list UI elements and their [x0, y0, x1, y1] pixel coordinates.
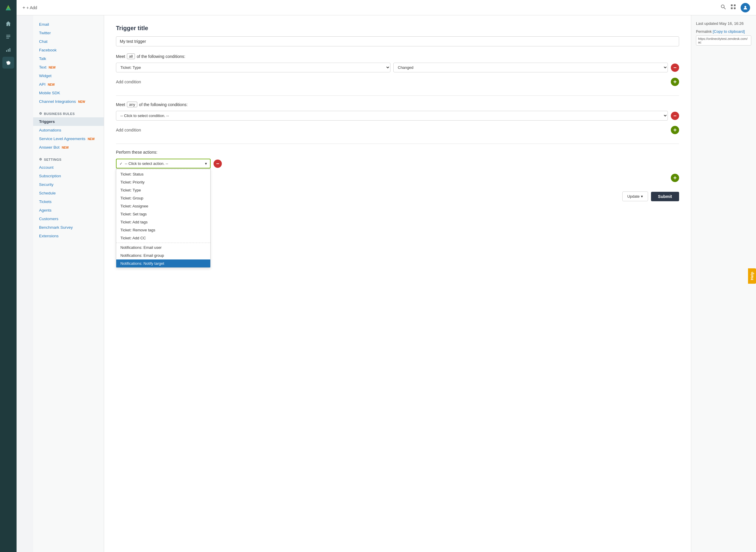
main-wrapper: Email Twitter Chat Facebook Talk Text NE…	[33, 15, 756, 552]
dropdown-item-ticket-group[interactable]: Ticket: Group	[116, 194, 210, 202]
text-new-badge: NEW	[49, 66, 56, 69]
action-selected-label: -- Click to select action. --	[125, 161, 168, 166]
dropdown-item-ticket-assignee[interactable]: Ticket: Assignee	[116, 202, 210, 210]
add-condition-2-button[interactable]: +	[671, 126, 679, 134]
trigger-title-input[interactable]	[116, 36, 679, 46]
svg-rect-11	[734, 4, 736, 6]
sidebar-item-automations[interactable]: Automations	[33, 126, 104, 134]
dropdown-item-notif-notify-target[interactable]: Notifications: Notify target	[116, 259, 210, 267]
meet-any-header: Meet any of the following conditions:	[116, 102, 679, 107]
plus-icon: +	[22, 5, 25, 10]
sidebar-item-tickets[interactable]: Tickets	[33, 197, 104, 206]
dropdown-item-ticket-add-tags[interactable]: Ticket: Add tags	[116, 218, 210, 226]
sidebar-item-schedule[interactable]: Schedule	[33, 189, 104, 197]
nav-reports-icon[interactable]	[2, 44, 14, 55]
sidebar-item-text[interactable]: Text NEW	[33, 63, 104, 72]
sidebar-item-triggers[interactable]: Triggers	[33, 117, 104, 126]
api-new-badge: NEW	[48, 83, 55, 86]
nav-home-icon[interactable]	[2, 18, 14, 29]
sidebar-item-widget[interactable]: Widget	[33, 72, 104, 80]
remove-condition-2-button[interactable]: −	[671, 112, 679, 120]
sidebar-item-twitter[interactable]: Twitter	[33, 29, 104, 37]
condition-row-1: Ticket: Type Ticket: Status Ticket: Prio…	[116, 62, 679, 73]
settings-section: ⚙ Settings Account Subscription Security…	[33, 154, 104, 240]
channels-section: Email Twitter Chat Facebook Talk Text NE…	[33, 20, 104, 106]
remove-action-1-button[interactable]: −	[214, 160, 222, 168]
right-panel: Last updated May 16, 16:26 Permalink [Co…	[691, 15, 756, 552]
permalink-label: Permalink [Copy to clipboard]	[696, 29, 751, 34]
gear-icon-small: ⚙	[39, 112, 42, 116]
add-condition-1-row: Add condition +	[116, 76, 679, 88]
sidebar: Email Twitter Chat Facebook Talk Text NE…	[33, 15, 104, 552]
icon-rail	[0, 0, 17, 552]
update-label: Update	[627, 194, 640, 198]
sidebar-item-subscription[interactable]: Subscription	[33, 172, 104, 180]
sidebar-item-sla[interactable]: Service Level Agreements NEW	[33, 134, 104, 143]
update-button[interactable]: Update ▾	[622, 191, 648, 201]
content-area: Trigger title Meet all of the following …	[104, 15, 691, 552]
sidebar-item-customers[interactable]: Customers	[33, 215, 104, 223]
sidebar-item-account[interactable]: Account	[33, 163, 104, 172]
dropdown-item-ticket-status[interactable]: Ticket: Status	[116, 170, 210, 178]
submit-button[interactable]: Submit	[651, 192, 679, 201]
user-avatar[interactable]	[741, 3, 750, 12]
add-button[interactable]: + + Add	[22, 5, 37, 10]
add-condition-2-row: Add condition +	[116, 124, 679, 137]
add-condition-1-button[interactable]: +	[671, 78, 679, 86]
logo	[3, 2, 14, 13]
add-action-button[interactable]: +	[671, 174, 679, 182]
add-label: + Add	[26, 5, 37, 10]
dropdown-item-ticket-set-tags[interactable]: Ticket: Set tags	[116, 210, 210, 218]
sidebar-item-mobile-sdk[interactable]: Mobile SDK	[33, 89, 104, 97]
sidebar-item-extensions[interactable]: Extensions	[33, 232, 104, 240]
svg-rect-3	[6, 36, 10, 37]
dropdown-item-notif-email-group[interactable]: Notifications: Email group	[116, 252, 210, 259]
dropdown-item-ticket-priority[interactable]: Ticket: Priority	[116, 178, 210, 186]
checkmark-icon: ✓	[119, 162, 124, 166]
condition-1-field-select[interactable]: Ticket: Type Ticket: Status Ticket: Prio…	[116, 62, 391, 73]
actions-block: Perform these actions: ✓ -- Click to sel…	[116, 150, 679, 184]
svg-line-9	[724, 8, 726, 9]
svg-rect-2	[6, 35, 10, 35]
help-button[interactable]: Help	[748, 268, 756, 284]
grid-icon[interactable]	[731, 4, 736, 11]
sla-new-badge: NEW	[88, 137, 95, 141]
any-badge: any	[127, 102, 137, 107]
condition-row-2: -- Click to select condition. -- Ticket:…	[116, 111, 679, 121]
remove-condition-1-button[interactable]: −	[671, 63, 679, 72]
nav-settings-icon[interactable]	[2, 57, 14, 68]
divider-1	[116, 96, 679, 96]
sidebar-item-chat[interactable]: Chat	[33, 37, 104, 46]
dropdown-item-ticket-add-cc[interactable]: Ticket: Add CC	[116, 234, 210, 242]
meet-any-suffix: of the following conditions:	[139, 102, 188, 107]
sidebar-item-email[interactable]: Email	[33, 20, 104, 29]
dropdown-item-ticket-remove-tags[interactable]: Ticket: Remove tags	[116, 226, 210, 234]
sidebar-item-api[interactable]: API NEW	[33, 80, 104, 89]
nav-tickets-icon[interactable]	[2, 31, 14, 42]
update-chevron-icon: ▾	[641, 194, 643, 198]
action-select-value: ✓ -- Click to select action. --	[119, 161, 168, 166]
condition-2-field-select[interactable]: -- Click to select condition. -- Ticket:…	[116, 111, 668, 121]
gear-icon-settings: ⚙	[39, 157, 42, 161]
sidebar-item-talk[interactable]: Talk	[33, 54, 104, 63]
svg-rect-7	[9, 48, 10, 52]
divider-2	[116, 144, 679, 144]
search-icon[interactable]	[721, 4, 726, 11]
svg-rect-4	[6, 38, 9, 38]
sidebar-item-agents[interactable]: Agents	[33, 206, 104, 215]
svg-point-8	[722, 5, 724, 8]
sidebar-item-security[interactable]: Security	[33, 180, 104, 189]
meet-any-block: Meet any of the following conditions: --…	[116, 102, 679, 137]
sidebar-item-answer-bot[interactable]: Answer Bot NEW	[33, 143, 104, 152]
condition-1-operator-select[interactable]: Changed Not changed Is Is not	[393, 62, 668, 73]
dropdown-item-notif-email-user[interactable]: Notifications: Email user	[116, 244, 210, 252]
sidebar-item-facebook[interactable]: Facebook	[33, 46, 104, 54]
sidebar-item-benchmark-survey[interactable]: Benchmark Survey	[33, 223, 104, 232]
svg-rect-13	[734, 7, 736, 9]
copy-to-clipboard-link[interactable]: [Copy to clipboard]	[713, 29, 745, 34]
dropdown-item-ticket-type[interactable]: Ticket: Type	[116, 186, 210, 194]
add-condition-1-label: Add condition	[116, 80, 141, 84]
sidebar-item-channel-integrations[interactable]: Channel Integrations NEW	[33, 97, 104, 106]
action-row-1: ✓ -- Click to select action. -- ▾ Ticket…	[116, 159, 679, 168]
action-select-trigger[interactable]: ✓ -- Click to select action. -- ▾	[116, 159, 211, 168]
